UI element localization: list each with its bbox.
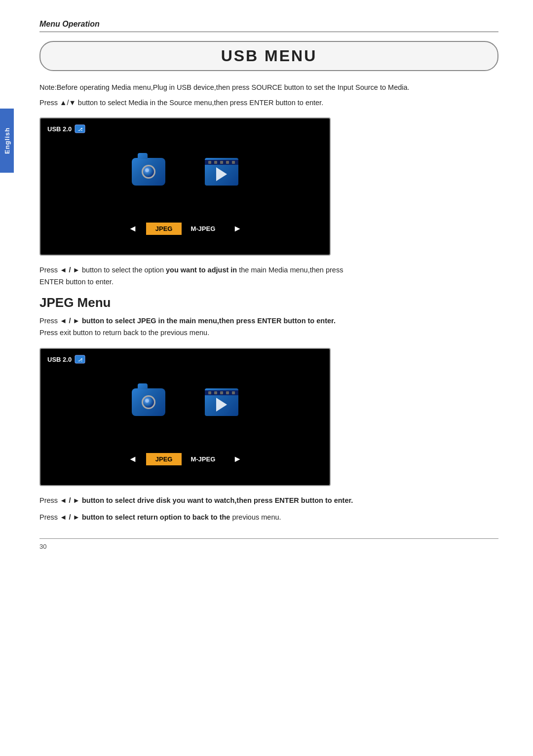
jpeg-icon-1 [132,158,165,186]
usb-desc-1: Press ◄ / ► button to select the option … [39,265,498,288]
mjpeg-icon-1 [205,158,238,186]
nav-mjpeg-1: M-JPEG [182,223,224,234]
usb-icon-1: ⎇ [75,124,85,133]
jpeg-desc-3: Press ◄ / ► button to select drive disk … [39,495,498,507]
usb-screen-1: USB 2.0 ⎇ [39,117,331,256]
usb-menu-title-box: USB MENU [39,41,498,71]
screen-nav-2: ◄ JPEG M-JPEG ► [40,453,330,465]
usb-screen-2: USB 2.0 ⎇ [39,348,331,486]
mjpeg-icon-2 [205,388,238,416]
usb-label-2: USB 2.0 ⎇ [47,355,85,364]
svg-text:⎇: ⎇ [78,358,83,362]
screen-icons-row-1 [40,158,330,186]
nav-left-arrow-2: ◄ [119,454,146,464]
nav-left-arrow-1: ◄ [119,224,146,234]
note-text-1: Note:Before operating Media menu,Plug in… [39,82,498,93]
bottom-rule: 30 [39,538,498,550]
nav-jpeg-2: JPEG [146,453,182,465]
nav-jpeg-1: JPEG [146,223,182,235]
section-header: Menu Operation [39,20,498,32]
screen-icons-row-2 [40,388,330,416]
usb-menu-title: USB MENU [40,47,497,65]
nav-right-arrow-1: ► [224,224,251,234]
page-number: 30 [39,543,46,550]
nav-mjpeg-2: M-JPEG [182,454,224,465]
jpeg-desc-4: Press ◄ / ► button to select return opti… [39,512,498,524]
jpeg-icon-2 [132,388,165,416]
jpeg-menu-heading: JPEG Menu [39,295,498,310]
jpeg-desc-1: Press ◄ / ► button to select JPEG in the… [39,315,498,339]
usb-label-1: USB 2.0 ⎇ [47,124,85,133]
usb-icon-2: ⎇ [75,355,85,364]
svg-text:⎇: ⎇ [78,127,83,132]
screen-nav-1: ◄ JPEG M-JPEG ► [40,223,330,235]
language-tab: English [0,109,14,173]
note-text-2: Press ▲/▼ button to select Media in the … [39,97,498,109]
nav-right-arrow-2: ► [224,454,251,464]
